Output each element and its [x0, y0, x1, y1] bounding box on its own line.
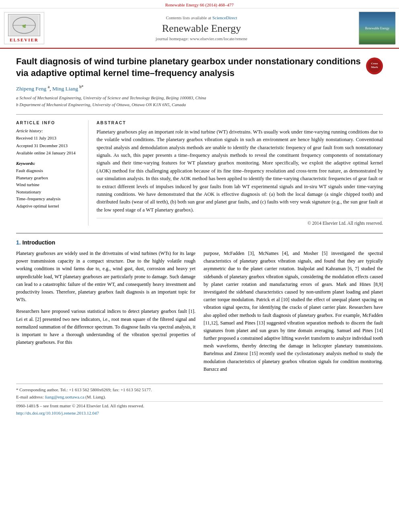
abstract-heading: ABSTRACT	[97, 120, 383, 125]
title-section: Cross Mark Fault diagnosis of wind turbi…	[16, 56, 383, 79]
info-abstract-section: ARTICLE INFO Article history: Received 1…	[16, 114, 383, 226]
svg-text:Mark: Mark	[371, 66, 378, 69]
intro-para-2: Researchers have proposed various statis…	[16, 308, 195, 346]
copyright-line: © 2014 Elsevier Ltd. All rights reserved…	[97, 218, 383, 226]
abstract-panel: ABSTRACT Planetary gearboxes play an imp…	[97, 120, 383, 226]
article-info-panel: ARTICLE INFO Article history: Received 1…	[16, 120, 88, 226]
affiliation-b: b Department of Mechanical Engineering, …	[16, 101, 383, 109]
elsevier-label: ELSEVIER	[10, 37, 39, 42]
intro-para-1: Planetary gearboxes are widely used in t…	[16, 250, 195, 304]
received-date: Received 11 July 2013	[16, 134, 82, 142]
cover-image: Renewable Energy	[359, 12, 395, 44]
authors-line: Zhipeng Feng a, Ming Liang b*	[16, 84, 383, 92]
history-label: Article history:	[16, 128, 82, 133]
author1-name: Zhipeng Feng	[16, 86, 46, 92]
elsevier-logo: 🌿 ELSEVIER	[4, 12, 44, 44]
introduction-section: 1. Introduction Planetary gearboxes are …	[16, 233, 383, 377]
journal-title: Renewable Energy	[52, 23, 351, 35]
author2-link[interactable]: Ming Liang	[52, 86, 80, 92]
keywords-label: Keywords:	[16, 161, 82, 166]
journal-cover: Renewable Energy	[359, 12, 395, 45]
author1-link[interactable]: Zhipeng Feng	[16, 86, 48, 92]
introduction-columns: Planetary gearboxes are widely used in t…	[16, 250, 383, 377]
keyword-2: Planetary gearbox	[16, 175, 82, 182]
abstract-text: Planetary gearboxes play an important ro…	[97, 128, 383, 214]
keyword-1: Fault diagnosis	[16, 167, 82, 175]
section-num: 1.	[16, 239, 21, 246]
svg-text:Cross: Cross	[371, 62, 378, 65]
keywords-section: Keywords: Fault diagnosis Planetary gear…	[16, 161, 82, 210]
article-title: Fault diagnosis of wind turbine planetar…	[16, 56, 383, 79]
svg-text:🌿: 🌿	[22, 24, 26, 28]
email-link[interactable]: liang@eng.uottawa.ca	[45, 394, 84, 399]
intro-right-col: purpose, McFadden [3], McNames [4], and …	[204, 250, 383, 377]
article-info-heading: ARTICLE INFO	[16, 120, 82, 125]
footer-divider	[16, 401, 383, 402]
author1-sup: a	[48, 84, 49, 89]
doi-link[interactable]: http://dx.doi.org/10.1016/j.renene.2013.…	[16, 411, 99, 415]
sciencedirect-link: Contents lists available at ScienceDirec…	[52, 15, 351, 20]
email-note: E-mail address: liang@eng.uottawa.ca (M.…	[16, 394, 383, 401]
footer-notes: * Corresponding author. Tel.: +1 613 562…	[16, 384, 383, 417]
accepted-date: Accepted 31 December 2013	[16, 142, 82, 150]
crossmark-badge-container: Cross Mark	[366, 58, 383, 74]
author2-star: *	[81, 84, 83, 89]
elsevier-emblem: 🌿	[8, 14, 40, 36]
author2-name: Ming Liang	[52, 86, 78, 92]
keyword-6: Adaptive optimal kernel	[16, 203, 82, 210]
journal-reference: Renewable Energy 66 (2014) 468–477	[0, 2, 399, 8]
affiliation-a: a School of Mechanical Engineering, Univ…	[16, 94, 383, 102]
intro-para-3: purpose, McFadden [3], McNames [4], and …	[204, 250, 383, 373]
section-title-text: Introduction	[23, 239, 56, 246]
available-date: Available online 24 January 2014	[16, 149, 82, 157]
sciencedirect-anchor[interactable]: ScienceDirect	[212, 15, 237, 20]
article-history: Article history: Received 11 July 2013 A…	[16, 128, 82, 157]
affiliations: a School of Mechanical Engineering, Univ…	[16, 94, 383, 109]
intro-left-col: Planetary gearboxes are widely used in t…	[16, 250, 195, 377]
header-middle: Contents lists available at ScienceDirec…	[44, 15, 359, 41]
issn-line: 0960-1481/$ – see front matter © 2014 El…	[16, 403, 383, 410]
keyword-3: Wind turbine	[16, 181, 82, 189]
crossmark-icon: Cross Mark	[366, 58, 383, 74]
journal-ref-text: Renewable Energy 66 (2014) 468–477	[165, 2, 234, 7]
journal-homepage: journal homepage: www.elsevier.com/locat…	[52, 36, 351, 41]
doi-line: http://dx.doi.org/10.1016/j.renene.2013.…	[16, 410, 383, 417]
journal-header: Renewable Energy 66 (2014) 468–477 🌿 ELS…	[0, 0, 399, 49]
cover-text: Renewable Energy	[364, 26, 391, 31]
article-content: Cross Mark Fault diagnosis of wind turbi…	[0, 49, 399, 425]
header-content: 🌿 ELSEVIER Contents lists available at S…	[0, 8, 399, 48]
keyword-4: Nonstationary	[16, 189, 82, 196]
keyword-5: Time–frequency analysis	[16, 195, 82, 203]
corresponding-author-note: * Corresponding author. Tel.: +1 613 562…	[16, 386, 383, 394]
section-heading: 1. Introduction	[16, 239, 383, 246]
